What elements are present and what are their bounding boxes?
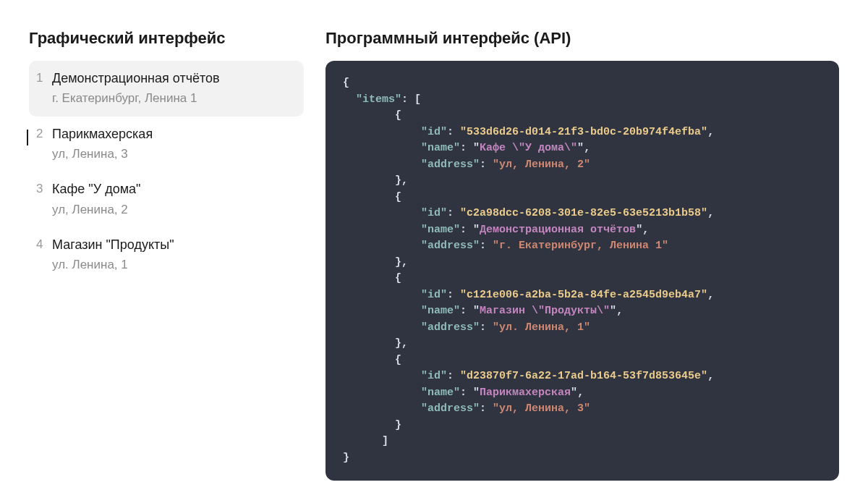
- code-line: "address": "ул, Ленина, 3": [343, 401, 822, 418]
- list-item[interactable]: 1Демонстрационная отчётовг. Екатеринбург…: [29, 61, 304, 117]
- code-line: "name": "Магазин \"Продукты\"",: [343, 303, 822, 320]
- code-line: },: [343, 255, 822, 271]
- list-item[interactable]: 2Парикмахерскаяул, Ленина, 3: [29, 117, 304, 172]
- list-item-address: ул, Ленина, 2: [52, 201, 292, 219]
- list-item-name: Демонстрационная отчётов: [52, 69, 292, 88]
- list-item-address: г. Екатеринбург, Ленина 1: [52, 89, 292, 108]
- gui-panel: Графический интерфейс 1Демонстрационная …: [29, 29, 304, 469]
- list-item-name: Парикмахерская: [52, 125, 292, 143]
- list-item[interactable]: 4Магазин "Продукты"ул. Ленина, 1: [29, 227, 304, 283]
- code-line: {: [343, 190, 822, 206]
- list-item-address: ул. Ленина, 1: [52, 256, 292, 274]
- list-item-name: Магазин "Продукты": [52, 236, 292, 254]
- list-item-number: 4: [36, 236, 52, 253]
- api-title: Программный интерфейс (API): [326, 29, 839, 48]
- list-item-name: Кафе "У дома": [52, 180, 292, 198]
- list-item-address: ул, Ленина, 3: [52, 145, 292, 164]
- code-line: }: [343, 418, 822, 434]
- list-item-number: 3: [36, 180, 52, 198]
- code-line: "items": [: [343, 92, 822, 109]
- list-item-body: Магазин "Продукты"ул. Ленина, 1: [52, 236, 292, 274]
- code-line: },: [343, 173, 822, 190]
- code-line: "address": "ул, Ленина, 2": [343, 157, 822, 174]
- code-line: "address": "ул. Ленина, 1": [343, 320, 822, 337]
- list-item-number: 2: [36, 125, 52, 143]
- text-cursor: [27, 130, 28, 145]
- code-line: "name": "Демонстрационная отчётов",: [343, 222, 822, 239]
- list-item[interactable]: 3Кафе "У дома"ул, Ленина, 2: [29, 172, 304, 227]
- list-item-number: 1: [36, 69, 52, 87]
- list-item-body: Кафе "У дома"ул, Ленина, 2: [52, 180, 292, 219]
- gui-list: 1Демонстрационная отчётовг. Екатеринбург…: [29, 61, 304, 283]
- code-line: "name": "Парикмахерская",: [343, 385, 822, 402]
- code-line: "name": "Кафе \"У дома\"",: [343, 140, 822, 157]
- gui-title: Графический интерфейс: [29, 29, 304, 48]
- api-code-block: { "items": [ { "id": "533d6d26-d014-21f3…: [326, 61, 839, 481]
- code-line: "id": "c2a98dcc-6208-301e-82e5-63e5213b1…: [343, 206, 822, 222]
- code-line: {: [343, 271, 822, 287]
- api-panel: Программный интерфейс (API) { "items": […: [326, 29, 839, 469]
- code-line: "address": "г. Екатеринбург, Ленина 1": [343, 238, 822, 255]
- code-line: ]: [343, 434, 822, 450]
- list-item-body: Парикмахерскаяул, Ленина, 3: [52, 125, 292, 164]
- list-item-body: Демонстрационная отчётовг. Екатеринбург,…: [52, 69, 292, 108]
- code-line: {: [343, 75, 822, 92]
- code-line: },: [343, 336, 822, 353]
- code-line: "id": "533d6d26-d014-21f3-bd0c-20b974f4e…: [343, 124, 822, 141]
- code-line: "id": "c121e006-a2ba-5b2a-84fe-a2545d9eb…: [343, 287, 822, 304]
- code-line: {: [343, 353, 822, 369]
- code-line: "id": "d23870f7-6a22-17ad-b164-53f7d8536…: [343, 368, 822, 385]
- code-line: }: [343, 450, 822, 467]
- code-line: {: [343, 108, 822, 124]
